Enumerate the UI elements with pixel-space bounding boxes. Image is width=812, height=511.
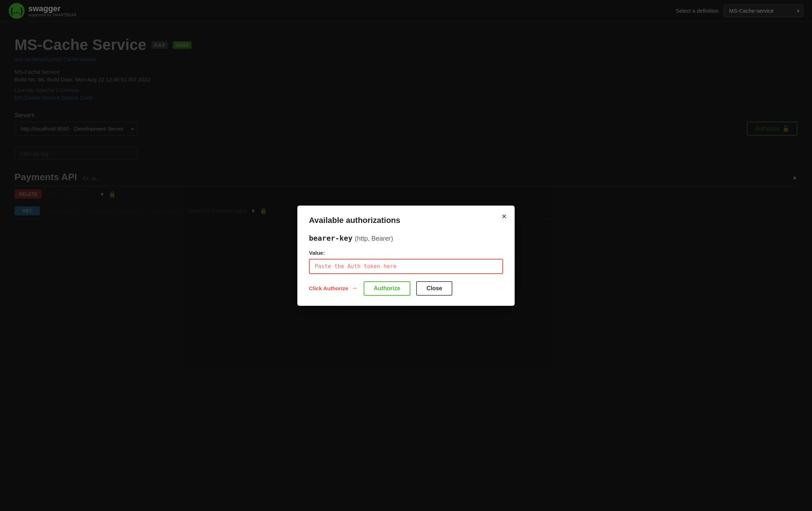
- auth-modal: Available authorizations × bearer-key (h…: [297, 206, 515, 306]
- modal-actions: Click Authorize → Authorize Close: [309, 281, 503, 296]
- click-hint: Click Authorize →: [309, 284, 358, 292]
- modal-close-button[interactable]: ×: [502, 212, 507, 221]
- close-modal-button[interactable]: Close: [416, 281, 452, 296]
- value-label: Value:: [309, 250, 503, 256]
- auth-scheme-type: (http, Bearer): [355, 235, 393, 242]
- arrow-icon: →: [351, 284, 358, 292]
- authorize-modal-button[interactable]: Authorize: [364, 281, 411, 296]
- auth-scheme-name: bearer-key: [309, 234, 352, 242]
- click-hint-text: Click Authorize: [309, 285, 348, 291]
- modal-title: Available authorizations: [309, 216, 503, 225]
- modal-overlay: Available authorizations × bearer-key (h…: [0, 0, 812, 511]
- auth-scheme-row: bearer-key (http, Bearer): [309, 234, 503, 242]
- token-input[interactable]: [309, 259, 503, 274]
